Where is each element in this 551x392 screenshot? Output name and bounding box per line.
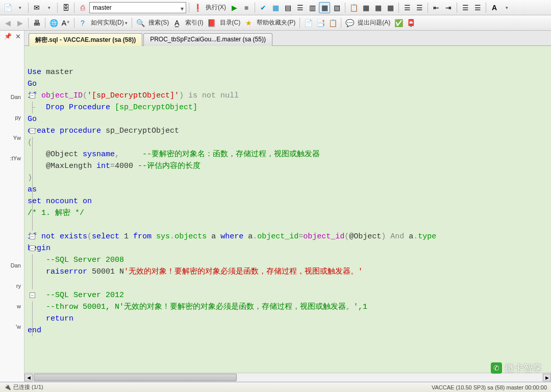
status-bar: 🔌 已连接 (1/1) VACCAE (10.50 SP3) sa (58) m…	[0, 382, 551, 392]
main-area: 📌 ✕ Dan py Yw :tYw Dan ry w 'w 解密.sql - …	[0, 31, 551, 382]
separator	[132, 18, 132, 28]
send-q-icon[interactable]: 📮	[405, 17, 416, 29]
doc1-icon[interactable]: 📄	[303, 17, 314, 29]
back-icon[interactable]: ◀	[2, 17, 13, 29]
sheet-c-icon[interactable]: ▦	[385, 2, 396, 13]
pin-icon[interactable]: 📌	[4, 33, 12, 40]
execute-warn-icon[interactable]: ❗	[192, 2, 203, 13]
table-icon[interactable]: ▦	[319, 2, 330, 13]
horizontal-scrollbar[interactable]: ◀ ▶	[24, 373, 551, 382]
separator	[428, 3, 428, 13]
results-text-icon[interactable]: ☰	[294, 2, 306, 13]
question-icon[interactable]: 💬	[344, 17, 355, 29]
separator	[57, 3, 58, 13]
index-menu[interactable]: 索引(I)	[184, 18, 205, 27]
font-icon[interactable]: A	[489, 2, 500, 13]
toolbar-main: 📄 ✉ 🗄 ⎙ master ❗ 执行(X) ▶ ■ ✔ ▦ ▤ ☰ ▥ ▦ ▧…	[0, 0, 551, 15]
doc2-icon[interactable]: 📑	[315, 17, 326, 29]
code-editor[interactable]: − − − − − Use master Go if object_ID('[s…	[24, 46, 551, 373]
results-file-icon[interactable]: ▥	[307, 2, 318, 13]
new-query-drop[interactable]	[14, 2, 26, 13]
close-panel-icon[interactable]: ✕	[15, 33, 21, 40]
status-right: VACCAE (10.50 SP3) sa (58) master 00:00:…	[432, 384, 547, 390]
connection-status: 已连接 (1/1)	[13, 383, 43, 391]
tree-item[interactable]: ry	[10, 276, 21, 296]
scroll-track[interactable]	[34, 374, 542, 381]
question-menu[interactable]: 提出问题(A)	[356, 18, 392, 27]
contents-icon[interactable]: 📕	[206, 17, 217, 29]
font-size-icon[interactable]: A⁺	[60, 17, 71, 29]
globe-icon[interactable]: 🌐	[48, 17, 59, 29]
separator	[189, 3, 189, 13]
search-icon[interactable]: 🔍	[135, 17, 146, 29]
database-combo[interactable]: master	[89, 2, 186, 13]
separator	[457, 3, 457, 13]
scroll-left-icon[interactable]: ◀	[24, 374, 33, 381]
sheet-b-icon[interactable]: ▦	[372, 2, 384, 13]
separator	[341, 18, 341, 28]
tab-active[interactable]: 解密.sql - VACCAE.master (sa (58))	[29, 33, 142, 46]
separator	[299, 18, 300, 28]
editor-area: 解密.sql - VACCAE.master (sa (58)) PROC_tb…	[24, 31, 551, 382]
search-menu[interactable]: 搜索(S)	[147, 18, 170, 27]
fold-box[interactable]: −	[30, 93, 35, 99]
separator	[45, 18, 45, 28]
sheet1-icon[interactable]: ▧	[331, 2, 342, 13]
mail-icon[interactable]: ✉	[31, 2, 42, 13]
results-grid-icon[interactable]: ▤	[282, 2, 293, 13]
contents-menu[interactable]: 目录(C)	[218, 18, 242, 27]
tree-item[interactable]: 'w	[10, 316, 21, 337]
execute-button[interactable]: 执行(X)	[204, 3, 228, 12]
sheet-a-icon[interactable]: ▦	[360, 2, 371, 13]
tab-inactive[interactable]: PROC_tbSpFzCaiGou...E.master (sa (55))	[143, 33, 272, 46]
font-drop[interactable]	[501, 2, 512, 13]
uncomment-icon[interactable]: ☰	[472, 2, 483, 13]
comment-icon[interactable]: ☰	[460, 2, 471, 13]
object-explorer-fragments: Dan py Yw :tYw Dan ry w 'w	[10, 87, 21, 337]
index-icon[interactable]: A̲	[171, 17, 183, 29]
howto-menu[interactable]: 如何实现(D)	[89, 18, 129, 27]
list-icon[interactable]: ☰	[402, 2, 413, 13]
db-icon[interactable]: 🗄	[60, 2, 71, 13]
tree-item[interactable]: Yw	[10, 128, 21, 148]
fold-box[interactable]: −	[30, 246, 35, 251]
fold-box[interactable]: −	[30, 234, 35, 239]
left-panel: 📌 ✕ Dan py Yw :tYw Dan ry w 'w	[0, 31, 24, 382]
outline-icon[interactable]: ▦	[270, 2, 281, 13]
schema-icon[interactable]: ⎙	[77, 2, 88, 13]
print-icon[interactable]: 🖶	[31, 17, 42, 29]
separator	[74, 3, 74, 13]
debug-step-icon[interactable]: ■	[241, 2, 252, 13]
tree-item[interactable]: :tYw	[10, 148, 21, 168]
fold-box[interactable]: −	[30, 128, 35, 134]
toolbar-help: ◀ ▶ 🖶 🌐 A⁺ ? 如何实现(D) 🔍 搜索(S) A̲ 索引(I) 📕 …	[0, 15, 551, 31]
play-icon[interactable]: ▶	[229, 2, 240, 13]
help-icon[interactable]: ?	[77, 17, 88, 29]
copy-icon[interactable]: 📋	[348, 2, 359, 13]
mail-drop[interactable]	[43, 2, 55, 13]
doc3-icon[interactable]: 📋	[327, 17, 338, 29]
new-query-icon[interactable]: 📄	[2, 2, 13, 13]
fwd-icon[interactable]: ▶	[14, 17, 26, 29]
check-icon[interactable]: ✔	[258, 2, 269, 13]
tree-item[interactable]: py	[10, 107, 21, 128]
list2-icon[interactable]: ☰	[414, 2, 425, 13]
separator	[74, 18, 74, 28]
indent-left-icon[interactable]: ⇤	[431, 2, 442, 13]
tree-item[interactable]: Dan	[10, 255, 21, 276]
fold-box[interactable]: −	[30, 292, 35, 298]
scroll-right-icon[interactable]: ▶	[543, 374, 551, 381]
code-content[interactable]: Use master Go if object_ID('[sp_DecryptO…	[24, 46, 551, 373]
indent-right-icon[interactable]: ⇥	[443, 2, 454, 13]
scroll-thumb[interactable]	[34, 374, 237, 381]
star-icon[interactable]: ★	[243, 17, 254, 29]
separator	[255, 3, 255, 13]
favorites-menu[interactable]: 帮助收藏夹(P)	[255, 18, 297, 27]
editor-tabs: 解密.sql - VACCAE.master (sa (58)) PROC_tb…	[24, 31, 551, 46]
separator	[28, 3, 29, 13]
tree-item[interactable]: w	[10, 296, 21, 316]
tree-item[interactable]: Dan	[10, 87, 21, 107]
separator	[398, 3, 399, 13]
check-q-icon[interactable]: ✅	[393, 17, 404, 29]
separator	[345, 3, 345, 13]
